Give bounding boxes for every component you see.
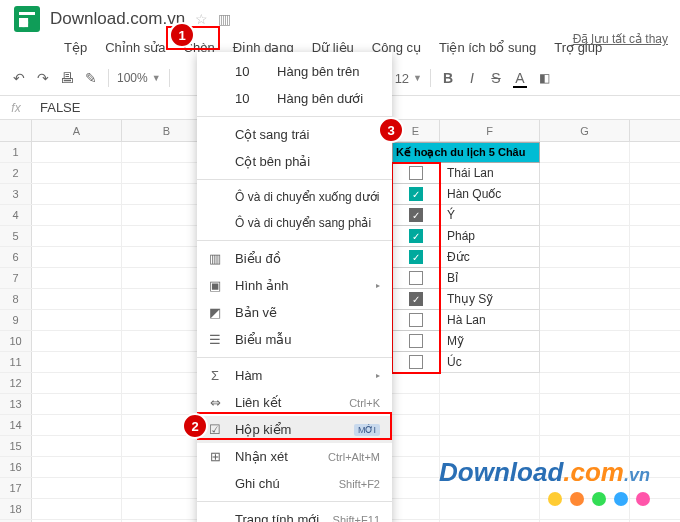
row-header[interactable]: 13 — [0, 394, 32, 414]
checkbox-cell[interactable] — [392, 184, 440, 205]
cell[interactable] — [540, 226, 630, 246]
menu-checkbox[interactable]: ☑Hộp kiểmMỚI — [197, 416, 392, 443]
cell[interactable] — [540, 373, 630, 393]
cell[interactable] — [32, 205, 122, 225]
cell[interactable] — [32, 331, 122, 351]
menu-rows-above[interactable]: 10 Hàng bên trên — [197, 58, 392, 85]
row-header[interactable]: 10 — [0, 331, 32, 351]
cell[interactable] — [540, 247, 630, 267]
cell[interactable] — [32, 499, 122, 519]
cell[interactable] — [32, 394, 122, 414]
row-header[interactable]: 18 — [0, 499, 32, 519]
row-header[interactable]: 14 — [0, 415, 32, 435]
row-header[interactable]: 11 — [0, 352, 32, 372]
paint-format-icon[interactable]: ✎ — [82, 70, 100, 86]
menu-function[interactable]: ΣHàm▸ — [197, 362, 392, 389]
checkbox[interactable] — [409, 355, 423, 369]
cell[interactable] — [32, 163, 122, 183]
menu-new-sheet[interactable]: Trang tính mớiShift+F11 — [197, 506, 392, 522]
cell[interactable] — [392, 373, 440, 393]
cell[interactable] — [32, 310, 122, 330]
row-header[interactable]: 5 — [0, 226, 32, 246]
checkbox-cell[interactable] — [392, 226, 440, 247]
cell[interactable] — [540, 268, 630, 288]
row-header[interactable]: 8 — [0, 289, 32, 309]
country-cell[interactable]: Pháp — [440, 226, 540, 247]
country-cell[interactable]: Úc — [440, 352, 540, 373]
checkbox-cell[interactable] — [392, 247, 440, 268]
checkbox[interactable] — [409, 187, 423, 201]
menu-column-left[interactable]: Cột sang trái — [197, 121, 392, 148]
checkbox[interactable] — [409, 166, 423, 180]
cell[interactable] — [32, 373, 122, 393]
italic-icon[interactable]: I — [463, 70, 481, 86]
checkbox-cell[interactable] — [392, 163, 440, 184]
cell[interactable] — [540, 331, 630, 351]
font-size-select[interactable]: 12▼ — [395, 71, 422, 86]
country-cell[interactable]: Mỹ — [440, 331, 540, 352]
cell[interactable] — [32, 268, 122, 288]
text-color-icon[interactable]: A — [511, 70, 529, 86]
cell[interactable] — [540, 184, 630, 204]
save-status[interactable]: Đã lưu tất cả thay — [573, 32, 668, 46]
cell[interactable] — [540, 436, 630, 456]
menu-file[interactable]: Tệp — [56, 36, 95, 59]
checkbox[interactable] — [409, 313, 423, 327]
formula-bar[interactable]: FALSE — [32, 96, 88, 119]
menu-note[interactable]: Ghi chúShift+F2 — [197, 470, 392, 497]
checkbox[interactable] — [409, 271, 423, 285]
country-cell[interactable]: Bỉ — [440, 268, 540, 289]
menu-chart[interactable]: ▥Biểu đồ — [197, 245, 392, 272]
cell[interactable] — [32, 352, 122, 372]
cell[interactable] — [540, 163, 630, 183]
cell[interactable] — [32, 142, 122, 162]
checkbox-cell[interactable] — [392, 352, 440, 373]
menu-link[interactable]: ⇔Liên kếtCtrl+K — [197, 389, 392, 416]
cell[interactable] — [540, 415, 630, 435]
cell[interactable] — [392, 499, 440, 519]
table-title-cell[interactable]: Kế hoạch du lịch 5 Châu — [392, 142, 540, 163]
checkbox[interactable] — [409, 208, 423, 222]
row-header[interactable]: 3 — [0, 184, 32, 204]
cell[interactable] — [540, 289, 630, 309]
cell[interactable] — [32, 457, 122, 477]
country-cell[interactable]: Ý — [440, 205, 540, 226]
menu-addons[interactable]: Tiện ích bổ sung — [431, 36, 544, 59]
checkbox-cell[interactable] — [392, 205, 440, 226]
bold-icon[interactable]: B — [439, 70, 457, 86]
country-cell[interactable]: Đức — [440, 247, 540, 268]
column-header[interactable]: F — [440, 120, 540, 141]
cell[interactable] — [440, 415, 540, 435]
strikethrough-icon[interactable]: S — [487, 70, 505, 86]
cell[interactable] — [32, 436, 122, 456]
menu-cells-shift-down[interactable]: Ô và di chuyển xuống dưới — [197, 184, 392, 210]
country-cell[interactable]: Thụy Sỹ — [440, 289, 540, 310]
redo-icon[interactable]: ↷ — [34, 70, 52, 86]
checkbox[interactable] — [409, 334, 423, 348]
row-header[interactable]: 1 — [0, 142, 32, 162]
checkbox[interactable] — [409, 292, 423, 306]
cell[interactable] — [392, 436, 440, 456]
checkbox[interactable] — [409, 229, 423, 243]
fill-color-icon[interactable]: ◧ — [535, 71, 553, 85]
zoom-select[interactable]: 100%▼ — [117, 71, 161, 85]
cell[interactable] — [392, 415, 440, 435]
cell[interactable] — [32, 184, 122, 204]
cell[interactable] — [440, 373, 540, 393]
cell[interactable] — [32, 247, 122, 267]
checkbox-cell[interactable] — [392, 310, 440, 331]
cell[interactable] — [392, 457, 440, 477]
row-header[interactable]: 7 — [0, 268, 32, 288]
row-header[interactable]: 12 — [0, 373, 32, 393]
print-icon[interactable]: 🖶 — [58, 70, 76, 86]
menu-rows-below[interactable]: 10 Hàng bên dưới — [197, 85, 392, 112]
checkbox-cell[interactable] — [392, 268, 440, 289]
cell[interactable] — [540, 310, 630, 330]
cell[interactable] — [32, 289, 122, 309]
star-icon[interactable]: ☆ — [195, 11, 208, 27]
checkbox[interactable] — [409, 250, 423, 264]
menu-column-right[interactable]: Cột bên phải — [197, 148, 392, 175]
column-header[interactable]: A — [32, 120, 122, 141]
cell[interactable] — [540, 142, 630, 162]
row-header[interactable]: 6 — [0, 247, 32, 267]
